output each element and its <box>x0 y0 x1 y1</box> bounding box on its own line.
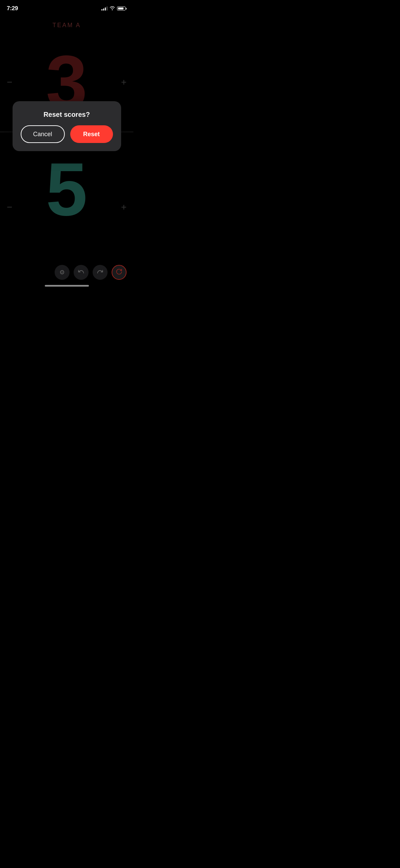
background-overlay <box>0 15 133 289</box>
cancel-button[interactable]: Cancel <box>21 125 65 143</box>
status-time: 7:29 <box>7 5 18 12</box>
battery-icon <box>117 6 127 11</box>
reset-modal-buttons: Cancel Reset <box>21 125 113 143</box>
reset-button[interactable]: Reset <box>70 125 113 143</box>
reset-modal-title: Reset scores? <box>43 111 90 119</box>
signal-bars-icon <box>101 6 108 11</box>
status-bar: 7:29 <box>0 0 133 15</box>
status-icons <box>101 6 127 11</box>
reset-modal: Reset scores? Cancel Reset <box>13 101 121 151</box>
wifi-icon <box>110 6 115 11</box>
app-container: TEAM A − 3 + Reset scores? Cancel Reset … <box>0 15 133 289</box>
